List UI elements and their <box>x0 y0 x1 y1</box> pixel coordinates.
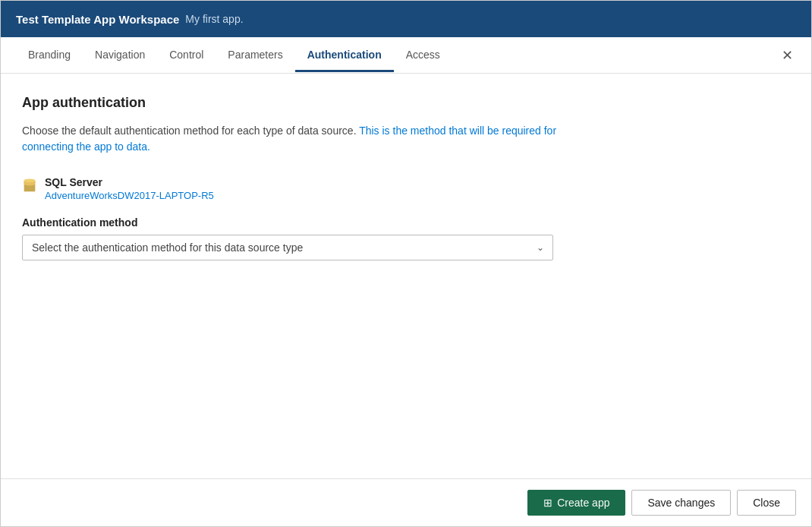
tab-authentication[interactable]: Authentication <box>295 39 394 72</box>
tab-access[interactable]: Access <box>394 39 452 72</box>
modal-container: Test Template App Workspace My first app… <box>0 0 812 527</box>
tab-navigation[interactable]: Navigation <box>83 39 157 72</box>
create-app-button[interactable]: ⊞ Create app <box>527 490 625 516</box>
svg-point-3 <box>24 182 36 186</box>
modal-footer: ⊞ Create app Save changes Close <box>1 478 811 526</box>
section-title: App authentication <box>22 95 790 111</box>
auth-method-select-wrapper: Select the authentication method for thi… <box>22 235 553 260</box>
tab-branding[interactable]: Branding <box>16 39 83 72</box>
datasource-block: SQL Server AdventureWorksDW2017-LAPTOP-R… <box>22 176 790 201</box>
sql-server-icon <box>22 178 37 194</box>
svg-point-2 <box>24 178 36 182</box>
auth-method-label: Authentication method <box>22 216 790 229</box>
tab-control[interactable]: Control <box>157 39 216 72</box>
description-part1: Choose the default authentication method… <box>22 125 357 137</box>
datasource-name: SQL Server <box>45 176 214 188</box>
create-app-label: Create app <box>557 497 609 509</box>
tab-parameters[interactable]: Parameters <box>216 39 294 72</box>
datasource-connection: AdventureWorksDW2017-LAPTOP-R5 <box>45 190 214 201</box>
save-changes-button[interactable]: Save changes <box>631 490 731 516</box>
app-name: My first app. <box>185 13 243 25</box>
description-text: Choose the default authentication method… <box>22 123 568 155</box>
tabs-bar: Branding Navigation Control Parameters A… <box>1 37 811 74</box>
modal-close-button[interactable]: ✕ <box>776 46 799 65</box>
modal-header: Test Template App Workspace My first app… <box>1 1 811 37</box>
close-button[interactable]: Close <box>737 490 796 516</box>
plus-box-icon: ⊞ <box>543 497 552 509</box>
auth-method-select[interactable]: Select the authentication method for thi… <box>22 235 553 260</box>
datasource-info: SQL Server AdventureWorksDW2017-LAPTOP-R… <box>45 176 214 201</box>
workspace-title: Test Template App Workspace <box>16 13 179 26</box>
content-area: App authentication Choose the default au… <box>1 74 811 478</box>
